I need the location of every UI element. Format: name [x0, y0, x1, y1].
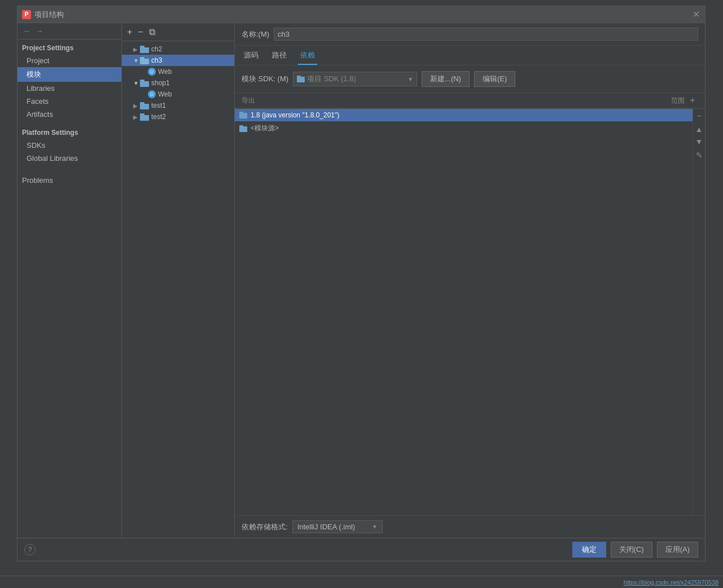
remove-module-button[interactable]: −: [136, 27, 144, 37]
format-dropdown-arrow: ▼: [372, 524, 378, 530]
export-list: 1.8 (java version "1.8.0_201") <模块源>: [235, 109, 693, 515]
tree-label-shop1: shop1: [151, 79, 170, 87]
tree-node-shop1-web[interactable]: ⊙ Web: [122, 89, 234, 100]
tab-source[interactable]: 源码: [242, 46, 261, 65]
module-tree: ▶ ch2 ▼ ch3 ⊙ Web ▼: [122, 41, 234, 538]
copy-module-button[interactable]: ⧉: [147, 27, 157, 37]
tree-node-test1[interactable]: ▶ test1: [122, 100, 234, 111]
folder-icon-ch3: [140, 57, 149, 64]
tree-arrow-shop1: ▼: [133, 80, 140, 86]
web-icon-ch3: ⊙: [148, 68, 156, 76]
sdk-label: 模块 SDK: (M): [242, 74, 288, 84]
sidebar-item-facets[interactable]: Facets: [17, 95, 121, 108]
tree-node-shop1[interactable]: ▼ shop1: [122, 77, 234, 89]
tree-arrow-ch2: ▶: [133, 46, 140, 52]
sidebar-item-problems[interactable]: Problems: [17, 172, 121, 187]
tree-node-ch3[interactable]: ▼ ch3: [122, 55, 234, 66]
export-add-button[interactable]: +: [687, 95, 698, 106]
tree-arrow-test1: ▶: [133, 103, 140, 109]
sdk-dropdown-text: 项目 SDK (1.8): [307, 74, 405, 84]
name-input[interactable]: [274, 28, 698, 41]
dialog-title: 项目结构: [34, 10, 691, 20]
export-move-up-button[interactable]: ▲: [694, 124, 704, 135]
sidebar-item-global-libraries[interactable]: Global Libraries: [17, 152, 121, 165]
confirm-button[interactable]: 确定: [572, 542, 606, 558]
app-icon: P: [22, 10, 31, 19]
tree-label-ch3: ch3: [151, 56, 162, 64]
tree-label-ch2: ch2: [151, 45, 162, 53]
edit-sdk-button[interactable]: 编辑(E): [474, 71, 515, 87]
sidebar-nav: ← →: [17, 23, 121, 40]
project-settings-header: Project Settings: [17, 40, 121, 54]
tree-toolbar: + − ⧉: [122, 23, 234, 41]
sdk-row: 模块 SDK: (M) 项目 SDK (1.8) ▼ 新建...(N) 编辑(E…: [235, 65, 705, 93]
tree-label-test2: test2: [151, 113, 166, 121]
name-label: 名称:(M): [242, 29, 269, 40]
export-item-jdk-label: 1.8 (java version "1.8.0_201"): [251, 111, 688, 119]
platform-settings-header: Platform Settings: [17, 124, 121, 139]
new-sdk-button[interactable]: 新建...(N): [422, 71, 470, 87]
sidebar-item-project[interactable]: Project: [17, 54, 121, 67]
title-bar: P 项目结构 ✕: [17, 6, 705, 23]
tree-node-ch3-web[interactable]: ⊙ Web: [122, 66, 234, 77]
help-button[interactable]: ?: [24, 544, 36, 555]
cancel-button[interactable]: 关闭(C): [611, 542, 652, 558]
export-item-jdk[interactable]: 1.8 (java version "1.8.0_201"): [235, 109, 693, 121]
tab-deps[interactable]: 依赖: [298, 46, 317, 65]
nav-forward-button[interactable]: →: [34, 27, 45, 36]
jdk-folder-icon: [239, 112, 247, 119]
sidebar-item-sdks[interactable]: SDKs: [17, 139, 121, 152]
name-row: 名称:(M): [235, 23, 705, 46]
tree-arrow-test2: ▶: [133, 114, 140, 120]
export-move-down-button[interactable]: ▼: [694, 136, 704, 147]
export-remove-button[interactable]: −: [695, 110, 702, 121]
add-module-button[interactable]: +: [125, 27, 134, 37]
format-dropdown[interactable]: IntelliJ IDEA (.iml) ▼: [292, 520, 383, 533]
tree-node-test2[interactable]: ▶ test2: [122, 111, 234, 122]
sdk-dropdown[interactable]: 项目 SDK (1.8) ▼: [293, 72, 417, 86]
right-panel: 名称:(M) 源码 路径 依赖 模块 SDK: (M): [235, 23, 705, 538]
sidebar-item-modules[interactable]: 模块: [17, 67, 121, 82]
tree-node-ch2[interactable]: ▶ ch2: [122, 43, 234, 55]
module-folder-icon: [239, 125, 247, 132]
folder-icon-ch2: [140, 46, 149, 53]
sdk-dropdown-arrow: ▼: [407, 76, 413, 82]
web-icon-shop1: ⊙: [148, 90, 156, 98]
sdk-folder-icon: [297, 76, 305, 82]
export-side-buttons: − ▲ ▼ ✎: [693, 109, 705, 515]
close-button[interactable]: ✕: [691, 10, 700, 19]
tabs-row: 源码 路径 依赖: [235, 46, 705, 65]
folder-icon-shop1: [140, 80, 149, 87]
dialog-footer: ? 确定 关闭(C) 应用(A): [17, 538, 705, 561]
export-col-label: 导出: [242, 96, 642, 106]
tab-path[interactable]: 路径: [270, 46, 289, 65]
apply-button[interactable]: 应用(A): [657, 542, 698, 558]
format-row: 依赖存储格式: IntelliJ IDEA (.iml) ▼: [235, 515, 705, 538]
tree-arrow-ch3: ▼: [133, 58, 140, 64]
format-label: 依赖存储格式:: [242, 522, 288, 532]
sidebar-item-libraries[interactable]: Libraries: [17, 82, 121, 95]
folder-icon-test1: [140, 102, 149, 109]
dialog-window: P 项目结构 ✕ ← → Project Settings Project 模块…: [17, 6, 706, 561]
sidebar-item-artifacts[interactable]: Artifacts: [17, 108, 121, 121]
dialog-body: ← → Project Settings Project 模块 Librarie…: [17, 23, 705, 538]
status-bar: https://blog.csdn.net/x2425970538: [0, 576, 723, 588]
export-item-module-src[interactable]: <模块源>: [235, 121, 693, 135]
module-tree-panel: + − ⧉ ▶ ch2 ▼ ch3: [122, 23, 235, 538]
tree-label-ch3-web: Web: [158, 68, 172, 76]
status-url: https://blog.csdn.net/x2425970538: [624, 579, 718, 586]
folder-icon-test2: [140, 113, 149, 121]
export-table-header: 导出 范围 +: [235, 93, 705, 108]
export-item-module-label: <模块源>: [251, 124, 688, 133]
tree-label-shop1-web: Web: [158, 90, 172, 98]
nav-back-button[interactable]: ←: [22, 27, 32, 36]
export-edit-button[interactable]: ✎: [695, 150, 704, 161]
format-dropdown-text: IntelliJ IDEA (.iml): [297, 523, 370, 531]
sidebar: ← → Project Settings Project 模块 Librarie…: [17, 23, 122, 538]
scope-col-label: 范围: [642, 96, 687, 106]
export-area: 1.8 (java version "1.8.0_201") <模块源> − ▲…: [235, 108, 705, 515]
tree-label-test1: test1: [151, 102, 166, 109]
